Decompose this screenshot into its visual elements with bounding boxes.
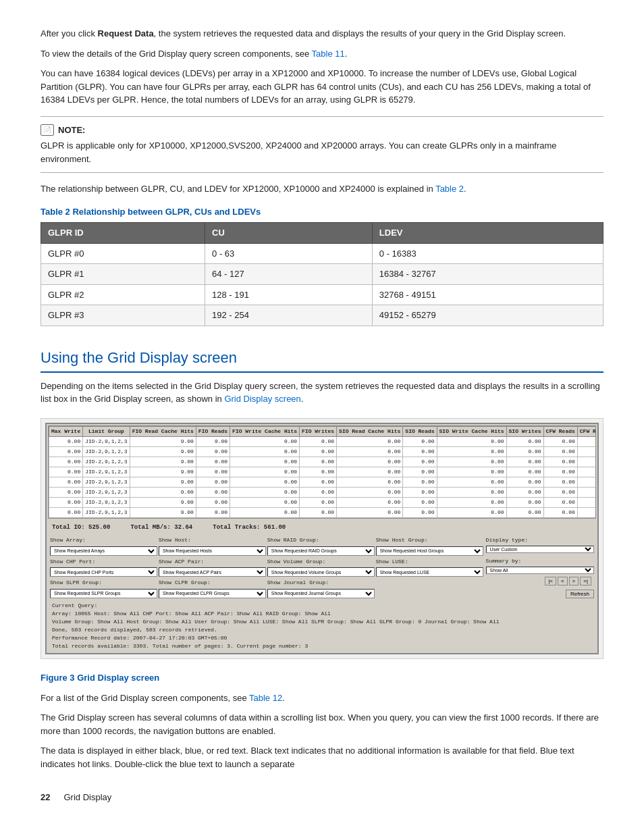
host-select[interactable]: Show Requested Hosts (159, 546, 266, 556)
control-acp-select[interactable]: Show Requested ACP Pairs (159, 567, 266, 577)
table12-link[interactable]: Table 12 (249, 693, 282, 703)
grid-cell: 0.00 (49, 507, 83, 517)
grid-cell: 0.00 (49, 477, 83, 487)
control-volume-select[interactable]: Show Requested Volume Groups (267, 567, 375, 577)
grid-display-screen-link[interactable]: Grid Display screen (224, 394, 300, 404)
grid-cell: 9.00 (130, 497, 196, 507)
raid-select[interactable]: Show Requested RAID Groups (267, 546, 375, 556)
volume-select[interactable]: Show Requested Volume Groups (267, 567, 375, 577)
grid-table-header: FIO Reads (196, 426, 230, 436)
total-tracks: Total Tracks: 561.00 (213, 523, 286, 533)
grid-table-header: SIO Write Cache Hits (437, 426, 506, 436)
grid-cell: 0.00 (49, 436, 83, 446)
control-clpr-select[interactable]: Show Requested CLPR Groups (159, 588, 266, 598)
control-raid-select[interactable]: Show Requested RAID Groups (267, 546, 375, 556)
grid-cell: 0.00 (49, 487, 83, 497)
journal-select[interactable]: Show Requested Journal Groups (267, 589, 375, 598)
grid-cell: 0.00 (543, 446, 577, 457)
grid-cell: 9.00 (130, 507, 196, 517)
grid-cell: 0.00 (337, 487, 403, 497)
luse-select[interactable]: Show Requested LUSE (376, 567, 483, 577)
control-array-select[interactable]: Show Requested Arrays (50, 546, 157, 556)
table11-link[interactable]: Table 11 (312, 49, 345, 59)
intro-p3: You can have 16384 logical devices (LDEV… (41, 67, 603, 107)
table2-link[interactable]: Table 2 (435, 184, 464, 194)
table-cell: 128 - 191 (205, 284, 373, 305)
grid-cell: 0.00 (403, 487, 437, 497)
grid-cell: 0.00 (403, 467, 437, 477)
table-cell: GLPR #1 (41, 264, 205, 285)
grid-cell: 0.00 (196, 507, 230, 517)
grid-table-header: CFW Reads (543, 426, 577, 436)
grid-table-wrap: Max WriteLimit GroupFIO Read Cache HitsF… (48, 425, 596, 519)
show-raid-label: Show RAID Group: (267, 536, 319, 544)
table-cell: 32768 - 49151 (372, 284, 603, 305)
table-cell: 49152 - 65279 (372, 305, 603, 326)
grid-table-header: FIO Read Cache Hits (130, 426, 196, 436)
array-select[interactable]: Show Requested Arrays (50, 546, 157, 556)
control-luse-label: Show LUSE: (376, 557, 483, 566)
query-status: Done, 503 records displayed, 503 records… (52, 627, 217, 633)
grid-cell: 0.00 (230, 446, 300, 457)
nav-prev-button[interactable]: < (558, 577, 568, 585)
grid-cell: 0.00 (543, 457, 577, 467)
grid-cell: 0.00 (300, 497, 337, 507)
nav-next-button[interactable]: > (569, 577, 579, 585)
grid-cell: 0.00 (543, 487, 577, 497)
section-p1: Depending on the items selected in the G… (41, 380, 603, 406)
table-row: 0.00JID-2,9,1,2,39.000.000.000.000.000.0… (49, 477, 597, 487)
grid-cell: 0.00 (49, 467, 83, 477)
show-hostgroup-label: Show Host Group: (376, 536, 428, 544)
chp-select[interactable]: Show Requested CHP Ports (50, 567, 157, 577)
grid-cell: 9.00 (130, 446, 196, 457)
table-row: 0.00JID-2,9,1,2,39.000.000.000.000.000.0… (49, 507, 597, 517)
summary-by-select[interactable]: Show All (486, 567, 594, 574)
table2-th: GLPR ID (41, 223, 205, 244)
grid-table-header: SIO Read Cache Hits (337, 426, 403, 436)
control-row-hostgroup: Show Host Group: (376, 536, 483, 545)
grid-cell: JID-2,9,1,2,3 (83, 457, 130, 467)
clpr-select[interactable]: Show Requested CLPR Groups (159, 589, 266, 598)
nav-first-button[interactable]: |< (545, 577, 556, 585)
table-cell: GLPR #3 (41, 305, 205, 326)
grid-table-header: Max Write (49, 426, 83, 436)
control-hostgroup-select[interactable]: Show Requested Host Groups (376, 546, 483, 556)
grid-cell: 0.00 (543, 507, 577, 517)
grid-cell: 0.00 (577, 457, 596, 467)
table-row: GLPR #00 - 630 - 16383 (41, 243, 603, 264)
grid-cell: 0.00 (577, 436, 596, 446)
grid-cell: 0.00 (577, 507, 596, 517)
control-slpr-select[interactable]: Show Requested SLPR Groups (50, 588, 157, 598)
control-host-select[interactable]: Show Requested Hosts (159, 546, 266, 556)
show-journal-label: Show Journal Group: (267, 579, 329, 587)
grid-cell: 0.00 (437, 446, 506, 457)
grid-table-header: FIO Write Cache Hits (230, 426, 300, 436)
control-luse-select[interactable]: Show Requested LUSE (376, 567, 483, 577)
refresh-button[interactable]: Refresh (566, 590, 594, 598)
control-empty (376, 579, 483, 588)
figure3-p3: The data is displayed in either black, b… (41, 744, 603, 771)
grid-cell: 0.00 (577, 467, 596, 477)
grid-cell: 0.00 (337, 457, 403, 467)
perf-date: Performance Record date: 2007-04-27 17:2… (52, 635, 227, 641)
page-number: 22 (41, 791, 50, 804)
control-chp-select[interactable]: Show Requested CHP Ports (50, 567, 157, 577)
display-type-label: Display type: (486, 536, 594, 544)
grid-cell: 0.00 (230, 467, 300, 477)
slpr-select[interactable]: Show Requested SLPR Groups (50, 589, 157, 598)
hostgroup-select[interactable]: Show Requested Host Groups (376, 546, 483, 556)
nav-last-button[interactable]: >| (580, 577, 591, 585)
grid-cell: 0.00 (543, 436, 577, 446)
footer-section: Grid Display (63, 791, 111, 804)
grid-cell: 0.00 (300, 487, 337, 497)
control-journal-select[interactable]: Show Requested Journal Groups (267, 588, 375, 598)
acp-select[interactable]: Show Requested ACP Pairs (159, 567, 266, 577)
grid-cell: 0.00 (230, 457, 300, 467)
note-icon: 📄 (41, 124, 54, 136)
table-row: 0.00JID-2,9,1,2,39.000.000.000.000.000.0… (49, 436, 597, 446)
show-luse-label: Show LUSE: (376, 558, 408, 566)
grid-cell: 0.00 (543, 477, 577, 487)
table2-th: CU (205, 223, 373, 244)
grid-cell: 0.00 (506, 436, 543, 446)
display-type-select[interactable]: User Custom (486, 546, 594, 553)
